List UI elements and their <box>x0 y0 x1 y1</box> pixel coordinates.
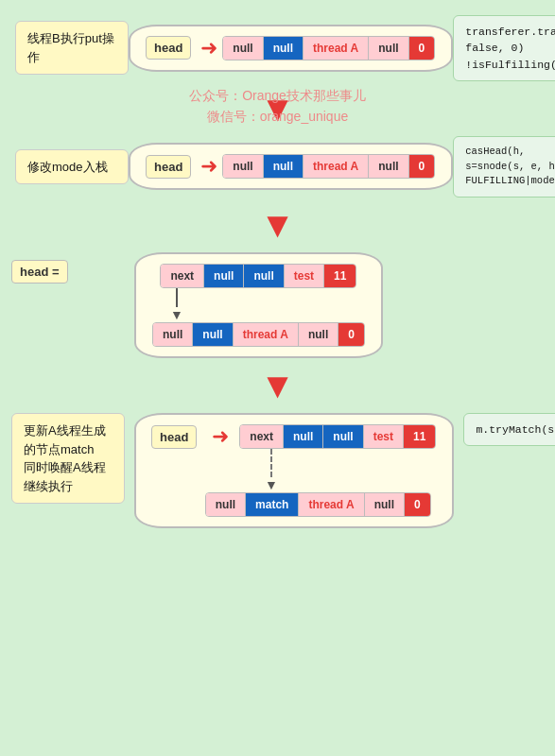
cell-1-0: null <box>223 37 263 60</box>
cell-3m-1: null <box>204 265 244 287</box>
arrow-right-2: ➜ <box>200 156 217 177</box>
down-arrow-2: ▼ <box>260 207 296 243</box>
section-1-note: transferer.transfer(e, false, 0) !isFulf… <box>453 15 555 81</box>
down-arrow-3-wrap: ▼ <box>8 368 547 404</box>
section-3-row: head = next null null test 11 <box>11 252 544 358</box>
bottom-row-4: null match thread A null 0 <box>204 492 432 517</box>
cell-3s-1: null <box>193 323 233 346</box>
node-3-main: next null null test 11 <box>160 264 356 288</box>
cell-2-2: thread A <box>304 155 369 178</box>
node-1: null null thread A null 0 <box>222 36 435 60</box>
v-arrow-3: ▼ <box>170 307 183 322</box>
bottom-row-3: null null thread A null 0 <box>151 322 366 347</box>
label-note-2: 修改mode入栈 <box>15 149 129 185</box>
arrow-right-4: ➜ <box>212 426 229 447</box>
cell-4s-4: 0 <box>405 493 430 516</box>
cell-4s-1: match <box>246 493 299 516</box>
head-4: head <box>151 425 197 449</box>
cell-3m-2: null <box>244 265 284 287</box>
section-2-queue: head ➜ null null thread A null 0 <box>129 143 453 190</box>
cell-1-4: 0 <box>409 37 435 60</box>
note-box-4: m.tryMatch(s) <box>463 413 555 446</box>
cell-3s-4: 0 <box>338 323 364 346</box>
section-3-left: head = <box>11 252 125 284</box>
section-1: 线程B执行put操作 head ➜ null null thread A nul… <box>8 9 547 87</box>
main-layout: 公众号：Orange技术那些事儿 微信号：orange_unique 线程B执行… <box>0 0 555 543</box>
cell-4s-3: null <box>365 493 405 516</box>
left-label-text-2: 修改mode入栈 <box>27 160 108 174</box>
section-1-row: 线程B执行put操作 head ➜ null null thread A nul… <box>11 15 544 81</box>
section-1-queue: head ➜ null null thread A null 0 <box>129 25 453 72</box>
head-3: head = <box>11 260 68 284</box>
left-label-text-4: 更新A线程生成的节点match 同时唤醒A线程继续执行 <box>24 423 106 493</box>
section-4-row: 更新A线程生成的节点match 同时唤醒A线程继续执行 head ➜ next … <box>11 413 544 528</box>
cell-1-3: null <box>369 37 408 60</box>
label-note-4: 更新A线程生成的节点match 同时唤醒A线程继续执行 <box>11 413 125 504</box>
down-arrow-3: ▼ <box>260 368 296 404</box>
note-box-1: transferer.transfer(e, false, 0) !isFulf… <box>453 15 555 81</box>
section-3-center: next null null test 11 ▼ <box>134 252 383 358</box>
cell-4s-0: null <box>206 493 246 516</box>
node-4-sub: null match thread A null 0 <box>205 492 431 517</box>
cell-2-3: null <box>369 155 408 178</box>
note-box-2: casHead(h, s=snode(s, e, h, FULFILLING|m… <box>453 136 555 198</box>
down-arrow-2-wrap: ▼ <box>8 207 547 243</box>
cell-2-1: null <box>264 155 304 178</box>
cell-3s-0: null <box>153 323 193 346</box>
cell-2-4: 0 <box>409 155 435 178</box>
cell-4m-1: null <box>284 425 323 448</box>
left-label-text-1: 线程B执行put操作 <box>27 31 114 64</box>
cell-3s-3: null <box>299 323 338 346</box>
section-4: 更新A线程生成的节点match 同时唤醒A线程继续执行 head ➜ next … <box>8 407 547 534</box>
cell-1-1: null <box>264 37 304 60</box>
label-note-1: 线程B执行put操作 <box>15 21 129 75</box>
down-arrow-1: ▼ <box>260 91 296 127</box>
v-arrow-4: ▼ <box>265 477 278 492</box>
cell-4m-0: next <box>240 425 284 448</box>
queue-box-3: next null null test 11 ▼ <box>134 252 383 358</box>
section-1-left-label: 线程B执行put操作 <box>15 21 129 75</box>
cell-3s-2: thread A <box>234 323 299 346</box>
section-4-center: head ➜ next null null test 11 ▼ <box>134 413 454 528</box>
v-line-3 <box>176 288 178 307</box>
section-2-note: casHead(h, s=snode(s, e, h, FULFILLING|m… <box>453 136 555 198</box>
cell-2-0: null <box>223 155 263 178</box>
connector-3: ▼ <box>170 288 183 322</box>
cell-4s-2: thread A <box>299 493 364 516</box>
node-2: null null thread A null 0 <box>222 154 435 179</box>
cell-4m-3: test <box>364 425 404 448</box>
section-2-row: 修改mode入栈 head ➜ null null thread A null … <box>11 136 544 198</box>
top-row-3: next null null test 11 <box>159 264 357 288</box>
head-2: head <box>146 155 191 179</box>
down-arrow-1-wrap: ▼ <box>8 91 547 127</box>
section-4-note: m.tryMatch(s) <box>463 413 555 446</box>
arrow-right-1: ➜ <box>200 38 217 59</box>
queue-box-2: head ➜ null null thread A null 0 <box>129 143 453 190</box>
queue-box-1: head ➜ null null thread A null 0 <box>129 25 453 72</box>
node-3-sub: null null thread A null 0 <box>152 322 365 347</box>
node-4-main: next null null test 11 <box>239 424 436 449</box>
cell-3m-4: 11 <box>324 265 356 287</box>
section-3: head = next null null test 11 <box>8 247 547 364</box>
head-1: head <box>146 36 191 60</box>
cell-3m-3: test <box>285 265 324 287</box>
cell-4m-4: 11 <box>404 425 435 448</box>
connector-4: ▼ <box>265 449 278 492</box>
cell-4m-2: null <box>323 425 363 448</box>
section-4-left: 更新A线程生成的节点match 同时唤醒A线程继续执行 <box>11 413 125 511</box>
section-2-left-label: 修改mode入栈 <box>15 149 129 185</box>
cell-3m-0: next <box>161 265 204 287</box>
top-row-4: head ➜ next null null test 11 <box>151 424 437 449</box>
queue-box-4: head ➜ next null null test 11 ▼ <box>134 413 454 528</box>
dashed-line-4 <box>270 449 272 477</box>
section-2: 修改mode入栈 head ➜ null null thread A null … <box>8 130 547 203</box>
cell-1-2: thread A <box>304 37 369 60</box>
